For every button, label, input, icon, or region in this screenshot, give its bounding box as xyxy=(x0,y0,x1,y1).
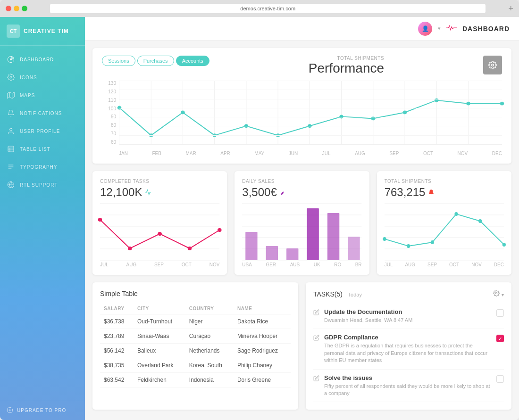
sidebar-item-icons[interactable]: ICONS xyxy=(0,68,85,86)
svg-point-40 xyxy=(403,111,407,115)
table-card: Simple Table SALARY CITY COUNTRY NAME $3… xyxy=(92,282,298,410)
sidebar-item-label-rtl-support: RTL SUPPORT xyxy=(20,182,58,188)
svg-point-50 xyxy=(98,218,102,222)
sidebar-item-rtl-support[interactable]: RTL SUPPORT xyxy=(0,176,85,194)
table-cell: Oud-Turnhout xyxy=(134,314,185,329)
activity-icon[interactable] xyxy=(446,25,457,33)
sidebar-item-user-profile[interactable]: USER PROFILE xyxy=(0,122,85,140)
tab-purchases[interactable]: Purchases xyxy=(137,56,174,66)
chart-y-labels: 130120110100 90807060 xyxy=(102,81,116,145)
tasks-list: Update the Documentation Dwuamish Head, … xyxy=(313,304,504,402)
stats-row: Completed Tasks 12,100K xyxy=(92,171,511,275)
dashboard-icon xyxy=(7,55,15,64)
sidebar-item-label-notifications: NOTIFICATIONS xyxy=(20,111,62,116)
dot-minimize[interactable] xyxy=(14,6,19,11)
brand-logo: CT xyxy=(7,25,20,38)
task-item: Solve the issues Fifty percent of all re… xyxy=(313,370,504,403)
table-cell: $23,789 xyxy=(100,329,134,344)
sidebar-item-label-icons: ICONS xyxy=(20,75,37,80)
tasks-settings-button[interactable]: ▾ xyxy=(493,290,504,298)
stat-card-daily-sales: Daily Sales 3,500€ xyxy=(234,171,369,275)
task-checkbox[interactable] xyxy=(496,375,504,383)
upgrade-to-pro-button[interactable]: UPGRADE TO PRO xyxy=(7,407,78,413)
address-text: demos.creative-tim.com xyxy=(240,6,295,11)
task-edit-icon[interactable] xyxy=(313,309,319,317)
dot-maximize[interactable] xyxy=(22,6,27,11)
svg-rect-7 xyxy=(8,146,14,152)
task-edit-icon[interactable] xyxy=(313,335,319,342)
tasks-title: TASKS(5) xyxy=(313,290,343,298)
table-row: $63,542FeldkirchenIndonesiaDoris Greene xyxy=(100,373,291,387)
chart-bar-icon xyxy=(145,189,151,196)
settings-button[interactable] xyxy=(483,56,502,74)
globe-icon xyxy=(7,181,15,189)
table-cell: Indonesia xyxy=(185,373,234,387)
task-checkbox[interactable] xyxy=(496,335,504,342)
svg-point-43 xyxy=(500,102,504,106)
svg-point-80 xyxy=(495,292,497,294)
tab-accounts[interactable]: Accounts xyxy=(176,56,209,66)
table-cell: Feldkirchen xyxy=(134,373,185,387)
main-content: 👤 ▾ DASHBOARD Sessions Purchases Account… xyxy=(85,17,519,420)
sidebar-item-maps[interactable]: MAPS xyxy=(0,86,85,104)
address-bar[interactable]: demos.creative-tim.com xyxy=(50,4,486,13)
sidebar-item-label-maps: MAPS xyxy=(20,93,35,98)
table-header-city: CITY xyxy=(134,303,185,314)
svg-point-76 xyxy=(430,240,434,244)
sidebar-item-dashboard[interactable]: DASHBOARD xyxy=(0,50,85,68)
sidebar-brand: CT CREATIVE TIM xyxy=(0,17,85,46)
table-cell: $38,735 xyxy=(100,358,134,373)
tab-sessions[interactable]: Sessions xyxy=(102,56,135,66)
task-desc: Dwuamish Head, Seattle, WA 8:47 AM xyxy=(324,317,492,324)
sidebar-item-typography[interactable]: TYPOGRAPHY xyxy=(0,158,85,176)
browser-dots xyxy=(6,6,27,11)
table-row: $36,738Oud-TurnhoutNigerDakota Rice xyxy=(100,314,291,329)
task-checkbox[interactable] xyxy=(496,309,504,317)
leaf-icon xyxy=(280,189,286,196)
svg-rect-64 xyxy=(307,208,319,260)
nav-item-wrapper-icons: ICONS xyxy=(0,68,85,86)
upgrade-label: UPGRADE TO PRO xyxy=(17,408,66,413)
nav-item-wrapper-dashboard: DASHBOARD xyxy=(0,50,85,68)
table-row: $38,735Overland ParkKorea, SouthPhilip C… xyxy=(100,358,291,373)
bell-icon xyxy=(7,109,15,117)
stat-value-0: 12,100K xyxy=(100,186,219,199)
stat-label-1: Daily Sales xyxy=(242,179,361,184)
content-area: Sessions Purchases Accounts Total Shipme… xyxy=(85,41,519,420)
tasks-header: TASKS(5) Today ▾ xyxy=(313,290,504,298)
task-desc: The GDPR is a regulation that requires b… xyxy=(324,342,492,364)
brand-name: CREATIVE TIM xyxy=(24,28,69,34)
task-content: Solve the issues Fifty percent of all re… xyxy=(324,374,492,397)
dot-close[interactable] xyxy=(6,6,11,11)
task-title: GDPR Compliance xyxy=(324,334,492,341)
stat-card-total-shipments: Total Shipments 763,215 xyxy=(377,171,511,275)
sidebar-item-label-table-list: TABLE LIST xyxy=(20,147,50,152)
stat-label-0: Completed Tasks xyxy=(100,179,219,184)
map-icon xyxy=(7,91,15,99)
avatar[interactable]: 👤 xyxy=(418,22,432,36)
chart-x-labels: JANFEBMARAPR MAYJUNJULAUG SEPOCTNOVDEC xyxy=(119,151,502,156)
table-cell: Minerva Hooper xyxy=(234,329,291,344)
svg-point-79 xyxy=(502,243,505,247)
avatar-dropdown: ▾ xyxy=(438,25,441,32)
stat-card-completed-tasks: Completed Tasks 12,100K xyxy=(92,171,227,275)
table-cell: Baileux xyxy=(134,344,185,358)
app-container: CT CREATIVE TIM DASHBOARD xyxy=(0,17,519,420)
table-cell: Overland Park xyxy=(134,358,185,373)
svg-point-78 xyxy=(478,219,482,223)
add-tab-button[interactable]: + xyxy=(508,4,513,14)
svg-point-33 xyxy=(181,111,185,115)
stat-value-2: 763,215 xyxy=(385,186,504,199)
table-cell: Dakota Rice xyxy=(234,314,291,329)
stat-chart-0 xyxy=(100,204,219,260)
sidebar: CT CREATIVE TIM DASHBOARD xyxy=(0,17,85,420)
svg-point-75 xyxy=(407,244,410,248)
page-title: DASHBOARD xyxy=(462,25,510,33)
svg-rect-63 xyxy=(286,248,298,260)
task-title: Solve the issues xyxy=(324,374,492,381)
sidebar-footer: UPGRADE TO PRO xyxy=(0,400,85,420)
task-edit-icon[interactable] xyxy=(313,375,319,383)
sidebar-item-table-list[interactable]: TABLE LIST xyxy=(0,140,85,158)
table-title: Simple Table xyxy=(100,290,291,297)
sidebar-item-notifications[interactable]: NOTIFICATIONS xyxy=(0,104,85,122)
